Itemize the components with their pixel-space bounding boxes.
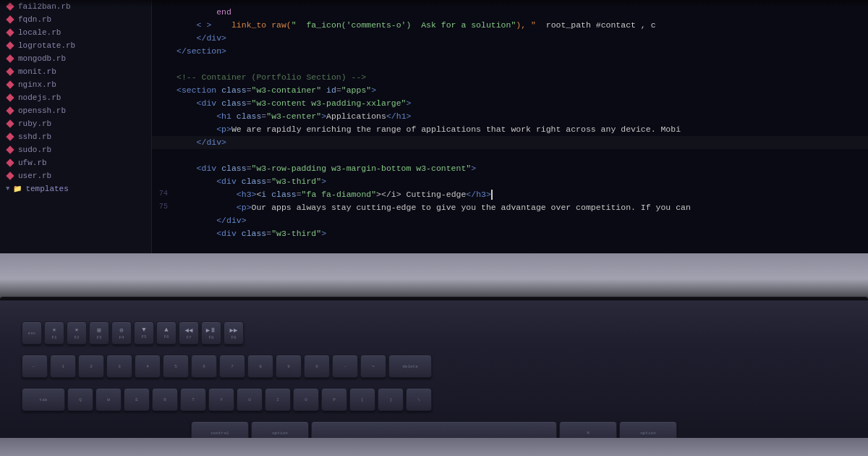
key-minus[interactable]: - (332, 355, 358, 378)
code-line-75: 75 <p>Our apps always stay cutting-edge … (152, 201, 868, 214)
launchpad-icon: ⊙ (119, 326, 123, 334)
code-line: </div> (152, 214, 868, 227)
key-f4[interactable]: ⊙ F4 (111, 321, 132, 345)
key-1[interactable]: 1 (50, 355, 76, 378)
ruby-icon (6, 42, 14, 49)
ruby-icon (6, 55, 14, 62)
editor-main: end < > link_to raw(" fa_icon('comments-… (152, 0, 868, 297)
sidebar: fail2ban.rb fqdn.rb locale.rb logrotate.… (0, 0, 152, 297)
ruby-icon (6, 107, 14, 114)
key-f5[interactable]: ▼ F5 (134, 321, 154, 345)
key-tab[interactable]: tab (22, 388, 65, 411)
sidebar-item-fail2ban[interactable]: fail2ban.rb (0, 0, 151, 13)
code-line: <div class="w3-content w3-padding-xxlarg… (152, 97, 868, 110)
keyboard-row-fn: esc ☀ F1 ☀ F2 ⊞ F3 ⊙ F4 ▼ F5 (0, 318, 868, 347)
brightness-up-icon: ☀ (75, 326, 78, 334)
key-w[interactable]: W (95, 388, 122, 411)
brightness-down-icon: ☀ (52, 326, 56, 334)
ruby-icon (6, 146, 14, 153)
keyboard-backlight-up-icon: ▲ (164, 326, 168, 334)
macbook-shell: esc ☀ F1 ☀ F2 ⊞ F3 ⊙ F4 ▼ F5 (0, 253, 868, 456)
keyboard-row-numbers: ~` 1 2 3 4 5 6 7 8 9 0 - = delete (0, 352, 868, 381)
key-y[interactable]: Y (208, 388, 234, 411)
code-area: end < > link_to raw(" fa_icon('comments-… (152, 0, 868, 246)
code-line: <div class="w3-third"> (152, 175, 868, 188)
key-3[interactable]: 3 (106, 355, 132, 378)
ruby-icon (6, 81, 14, 88)
folder-icon: 📁 (13, 185, 22, 193)
sidebar-item-sudo[interactable]: sudo.rb (0, 143, 151, 156)
key-f8[interactable]: ▶⏸ F8 (201, 321, 221, 345)
editor-container: fail2ban.rb fqdn.rb locale.rb logrotate.… (0, 0, 868, 297)
code-line: end (152, 6, 868, 19)
ruby-icon (6, 29, 14, 36)
key-backslash[interactable]: \ (406, 388, 432, 411)
ruby-icon (6, 172, 14, 180)
sidebar-item-openssh[interactable]: openssh.rb (0, 104, 151, 117)
key-bracket-left[interactable]: [ (349, 388, 375, 411)
cursor-line: </div> (152, 136, 868, 149)
key-p[interactable]: P (321, 388, 347, 411)
key-4[interactable]: 4 (135, 355, 161, 378)
key-r[interactable]: R (152, 388, 178, 411)
key-tilde[interactable]: ~` (22, 355, 48, 378)
key-9[interactable]: 9 (276, 355, 302, 378)
key-f1[interactable]: ☀ F1 (44, 321, 64, 345)
keyboard-area: esc ☀ F1 ☀ F2 ⊞ F3 ⊙ F4 ▼ F5 (0, 297, 868, 456)
key-o[interactable]: O (293, 388, 319, 411)
key-t[interactable]: T (180, 388, 206, 411)
ruby-icon (6, 159, 14, 166)
key-5[interactable]: 5 (163, 355, 189, 378)
key-esc[interactable]: esc (22, 321, 42, 345)
sidebar-item-sshd[interactable]: sshd.rb (0, 130, 151, 143)
code-line: <h1 class="w3-center">Applications</h1> (152, 110, 868, 123)
key-f3[interactable]: ⊞ F3 (89, 321, 109, 345)
sidebar-item-locale[interactable]: locale.rb (0, 26, 151, 39)
ruby-icon (6, 133, 14, 140)
sidebar-item-user[interactable]: user.rb (0, 169, 151, 182)
play-pause-icon: ▶⏸ (206, 326, 216, 334)
key-u[interactable]: U (237, 388, 263, 411)
code-line: <div class="w3-third"> (152, 227, 868, 240)
code-line: </section> (152, 45, 868, 58)
sidebar-item-nodejs[interactable]: nodejs.rb (0, 91, 151, 104)
sidebar-item-monit[interactable]: monit.rb (0, 65, 151, 78)
text-cursor (491, 190, 493, 200)
key-delete[interactable]: delete (388, 355, 432, 378)
code-line: <section class="w3-container" id="apps"> (152, 84, 868, 97)
code-line: </div> (152, 32, 868, 45)
sidebar-item-nginx[interactable]: nginx.rb (0, 78, 151, 91)
code-line: <!-- Container (Portfolio Section) --> (152, 71, 868, 84)
rewind-icon: ◀◀ (185, 326, 193, 334)
key-7[interactable]: 7 (219, 355, 245, 378)
code-line: < > link_to raw(" fa_icon('comments-o') … (152, 19, 868, 32)
sidebar-item-fqdn[interactable]: fqdn.rb (0, 13, 151, 26)
key-q[interactable]: Q (67, 388, 93, 411)
sidebar-item-mongodb[interactable]: mongodb.rb (0, 52, 151, 65)
code-line (152, 58, 868, 71)
mission-control-icon: ⊞ (97, 326, 101, 334)
key-8[interactable]: 8 (247, 355, 273, 378)
key-equals[interactable]: = (360, 355, 386, 378)
sidebar-item-ruby[interactable]: ruby.rb (0, 117, 151, 130)
code-line (152, 149, 868, 162)
code-line: <div class="w3-row-padding w3-margin-bot… (152, 162, 868, 175)
key-f6[interactable]: ▲ F6 (156, 321, 176, 345)
ruby-icon (6, 120, 14, 127)
key-f2[interactable]: ☀ F2 (67, 321, 87, 345)
sidebar-item-templates[interactable]: ▼ 📁 templates (0, 182, 151, 195)
key-i[interactable]: I (265, 388, 291, 411)
bottom-bar (0, 438, 868, 456)
key-e[interactable]: E (124, 388, 150, 411)
code-line-74: 74 <h3><i class="fa fa-diamond"></i> Cut… (152, 188, 868, 201)
key-f7[interactable]: ◀◀ F7 (179, 321, 199, 345)
key-bracket-right[interactable]: ] (378, 388, 404, 411)
ruby-icon (6, 16, 14, 23)
sidebar-item-logrotate[interactable]: logrotate.rb (0, 39, 151, 52)
key-2[interactable]: 2 (78, 355, 104, 378)
key-0[interactable]: 0 (304, 355, 330, 378)
sidebar-item-ufw[interactable]: ufw.rb (0, 156, 151, 169)
key-f9[interactable]: ▶▶ F9 (224, 321, 244, 345)
keyboard-row-qwerty: tab Q W E R T Y U I O P [ ] \ (0, 385, 868, 414)
key-6[interactable]: 6 (191, 355, 217, 378)
